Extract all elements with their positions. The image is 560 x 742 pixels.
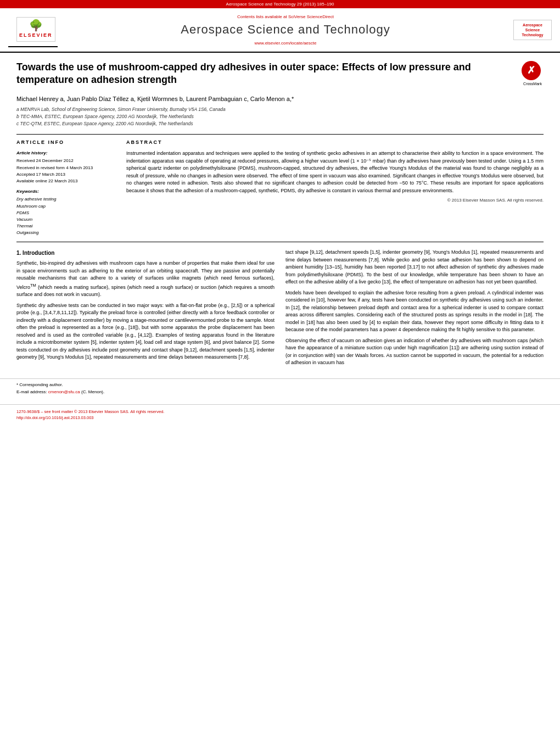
affiliations: a MENRVA Lab, School of Engineering Scie…	[16, 107, 544, 127]
body-content: 1. Introduction Synthetic, bio-inspired …	[16, 249, 544, 370]
keyword-5: Thermal	[16, 223, 115, 229]
affiliation-b: b TEC-MMA, ESTEC, European Space Agency,…	[16, 114, 544, 120]
keyword-2: Mushroom cap	[16, 203, 115, 209]
abstract-column: ABSTRACT Instrumented indentation appara…	[126, 139, 544, 237]
right-col-para-2: Models have been developed to explain th…	[285, 289, 544, 334]
page-footer: 1270-9638/$ – see front matter © 2013 El…	[0, 404, 560, 425]
intro-para-2: Synthetic dry adhesive tests can be cond…	[16, 302, 275, 361]
body-column-left: 1. Introduction Synthetic, bio-inspired …	[16, 249, 275, 370]
keyword-6: Outgassing	[16, 230, 115, 236]
intro-heading: 1. Introduction	[16, 249, 275, 257]
right-col-para-1: tact shape [9,12], detachment speeds [1,…	[285, 249, 544, 286]
elsevier-tree-icon: 🌳	[19, 20, 53, 31]
history-label: Article history:	[16, 150, 115, 156]
email-suffix: (C. Menon).	[81, 389, 104, 394]
keyword-3: PDMS	[16, 210, 115, 216]
email-label: E-mail address:	[16, 389, 47, 394]
abstract-text: Instrumented indentation apparatus and t…	[126, 150, 544, 194]
article-info-column: ARTICLE INFO Article history: Received 2…	[16, 139, 115, 237]
copyright-line: © 2013 Elsevier Masson SAS. All rights r…	[126, 197, 544, 203]
email-note: E-mail address: cmenon@sfu.ca (C. Menon)…	[16, 389, 544, 395]
journal-center-header: Contents lists available at SciVerse Sci…	[66, 14, 505, 46]
crossmark-icon: ✗	[522, 61, 541, 80]
keywords-section: Keywords: Dry adhesive testing Mushroom …	[16, 188, 115, 236]
journal-citation-bar: Aerospace Science and Technology 29 (201…	[0, 0, 560, 8]
info-abstract-section: ARTICLE INFO Article history: Received 2…	[16, 139, 544, 237]
abstract-divider	[16, 242, 544, 242]
email-link[interactable]: cmenon@sfu.ca	[48, 389, 80, 394]
keyword-4: Vacuum	[16, 216, 115, 222]
keyword-1: Dry adhesive testing	[16, 196, 115, 202]
crossmark-badge: ✗ CrossMark	[522, 61, 544, 87]
authors-line: Michael Henrey a, Juan Pablo Díaz Téllez…	[16, 95, 544, 103]
journal-url: www.elsevier.com/locate/aescte	[66, 40, 505, 46]
crossmark-label: CrossMark	[522, 81, 544, 87]
elsevier-logo: 🌳 ELSEVIER	[8, 13, 58, 47]
footnote-section: * Corresponding author. E-mail address: …	[0, 378, 560, 399]
sciverse-line: Contents lists available at SciVerse Sci…	[66, 14, 505, 20]
article-title-section: Towards the use of mushroom-capped dry a…	[16, 61, 544, 90]
elsevier-wordmark: ELSEVIER	[19, 32, 53, 39]
header-divider	[16, 134, 544, 135]
journal-logo-right: AerospaceScienceTechnology	[513, 20, 552, 40]
accepted-date: Accepted 17 March 2013	[16, 171, 115, 177]
affiliation-a: a MENRVA Lab, School of Engineering Scie…	[16, 107, 544, 113]
received-date: Received 24 December 2012	[16, 158, 115, 164]
footer-doi: http://dx.doi.org/10.1016/j.ast.2013.03.…	[16, 415, 544, 421]
right-col-para-3: Observing the effect of vacuum on adhesi…	[285, 337, 544, 367]
main-content: Towards the use of mushroom-capped dry a…	[0, 53, 560, 378]
keywords-label: Keywords:	[16, 188, 115, 194]
right-logo-title: AerospaceScienceTechnology	[516, 23, 549, 37]
journal-header: 🌳 ELSEVIER Contents lists available at S…	[0, 8, 560, 53]
available-date: Available online 22 March 2013	[16, 178, 115, 184]
footer-copyright: 1270-9638/$ – see front matter © 2013 El…	[16, 409, 544, 415]
body-column-right: tact shape [9,12], detachment speeds [1,…	[285, 249, 544, 370]
authors-text: Michael Henrey a, Juan Pablo Díaz Téllez…	[16, 96, 294, 102]
corresponding-author-note: * Corresponding author.	[16, 382, 544, 388]
intro-para-1: Synthetic, bio-inspired dry adhesives wi…	[16, 260, 275, 299]
article-title: Towards the use of mushroom-capped dry a…	[16, 61, 516, 87]
journal-title: Aerospace Science and Technology	[66, 21, 505, 38]
revised-date: Received in revised form 4 March 2013	[16, 165, 115, 171]
affiliation-c: c TEC-QTM, ESTEC, European Space Agency,…	[16, 121, 544, 127]
article-info-heading: ARTICLE INFO	[16, 139, 115, 146]
journal-citation: Aerospace Science and Technology 29 (201…	[226, 2, 334, 7]
abstract-heading: ABSTRACT	[126, 139, 544, 146]
